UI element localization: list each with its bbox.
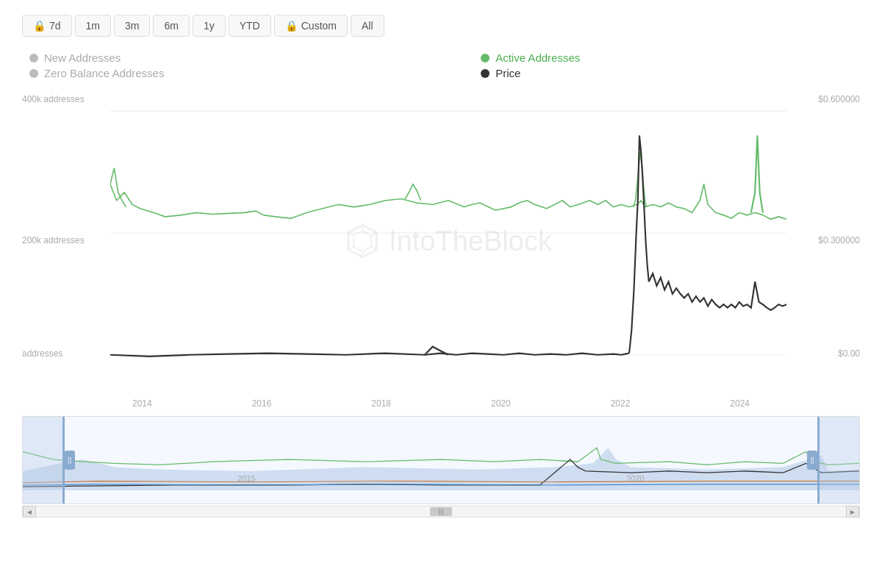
navigator-right-overlay — [817, 417, 859, 503]
scroll-thumb[interactable]: ||| — [430, 507, 452, 516]
btn-all-label: All — [362, 20, 373, 32]
lock-icon-custom: 🔒 — [285, 20, 298, 32]
nav-label-2015: 2015 — [237, 474, 255, 483]
btn-7d-label: 7d — [49, 20, 61, 32]
x-label-2024: 2024 — [730, 398, 750, 409]
navigator-left-handle[interactable]: || — [65, 451, 75, 470]
btn-6m[interactable]: 6m — [153, 15, 189, 37]
navigator-right-handle[interactable]: || — [807, 451, 817, 470]
btn-custom[interactable]: 🔒 Custom — [274, 15, 348, 37]
scrollbar[interactable]: ◄ ||| ► — [22, 506, 860, 517]
scroll-track[interactable]: ||| — [36, 506, 846, 517]
btn-1m-label: 1m — [86, 20, 100, 32]
new-addresses-dot — [29, 54, 38, 62]
y-label-200k: 200k addresses — [22, 235, 85, 245]
x-label-2022: 2022 — [611, 398, 631, 409]
y-label-0.0: $0.00 — [838, 348, 860, 359]
nav-label-2020: 2020 — [626, 474, 644, 483]
btn-1y-label: 1y — [204, 20, 215, 32]
y-axis-right: $0.600000 $0.300000 $0.00 — [786, 87, 860, 395]
scroll-right-arrow[interactable]: ► — [846, 506, 859, 517]
chart-plot-area: IntoTheBlock — [110, 87, 786, 395]
active-addresses-dot — [481, 54, 490, 62]
chart-legend: New Addresses Active Addresses Zero Bala… — [0, 44, 882, 87]
navigator-x-labels: 2015 2020 — [23, 474, 859, 483]
x-label-2016: 2016 — [252, 398, 272, 409]
y-label-0: addresses — [22, 348, 62, 359]
btn-custom-label: Custom — [301, 20, 337, 32]
legend-zero-balance[interactable]: Zero Balance Addresses — [29, 67, 437, 79]
btn-7d[interactable]: 🔒 7d — [22, 15, 72, 37]
legend-price[interactable]: Price — [481, 67, 853, 79]
legend-new-addresses[interactable]: New Addresses — [29, 51, 437, 64]
x-label-2018: 2018 — [371, 398, 391, 409]
y-axis-left: 400k addresses 200k addresses addresses — [22, 87, 125, 395]
chart-navigator[interactable]: || || 2015 2020 — [22, 416, 860, 504]
price-dot — [481, 69, 490, 78]
active-addresses-label: Active Addresses — [495, 51, 580, 64]
x-label-2014: 2014 — [132, 398, 152, 409]
time-range-toolbar: 🔒 7d 1m 3m 6m 1y YTD 🔒 Custom All — [0, 0, 882, 44]
x-axis: 2014 2016 2018 2020 2022 2024 — [22, 395, 860, 409]
y-label-400k: 400k addresses — [22, 94, 85, 104]
zero-balance-dot — [29, 69, 38, 78]
btn-ytd-label: YTD — [240, 20, 260, 32]
btn-3m-label: 3m — [125, 20, 139, 32]
navigator-left-overlay — [23, 417, 65, 503]
legend-active-addresses[interactable]: Active Addresses — [481, 51, 853, 64]
btn-6m-label: 6m — [164, 20, 178, 32]
btn-1y[interactable]: 1y — [193, 15, 226, 37]
btn-1m[interactable]: 1m — [75, 15, 111, 37]
zero-balance-label: Zero Balance Addresses — [44, 67, 164, 79]
y-label-0.3: $0.300000 — [818, 235, 860, 245]
x-label-2020: 2020 — [491, 398, 511, 409]
scroll-left-arrow[interactable]: ◄ — [23, 506, 36, 517]
new-addresses-label: New Addresses — [44, 51, 121, 64]
main-chart: 400k addresses 200k addresses addresses … — [0, 87, 882, 395]
btn-3m[interactable]: 3m — [114, 15, 150, 37]
lock-icon: 🔒 — [33, 20, 46, 32]
btn-ytd[interactable]: YTD — [229, 15, 271, 37]
price-label: Price — [495, 67, 520, 79]
y-label-0.6: $0.600000 — [818, 94, 860, 104]
btn-all[interactable]: All — [351, 15, 384, 37]
